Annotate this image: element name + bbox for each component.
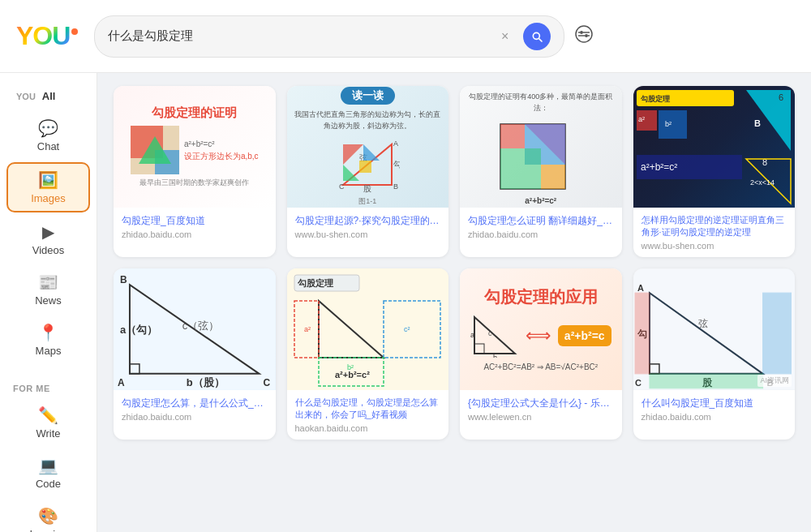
sidebar-item-chat[interactable]: 💬 Chat [6,112,90,159]
card4-source: www.bu-shen.com [642,241,787,251]
svg-marker-58 [474,317,515,354]
svg-text:A: A [637,283,643,293]
svg-text:a²: a² [304,325,311,333]
svg-rect-22 [541,165,565,189]
code-icon: 💻 [38,456,58,475]
image-thumb-1: 勾股定理的证明 a²+b²=c² 设正方形边长为a,b,c [114,86,276,208]
card4-info: 怎样用勾股定理的逆定理证明直角三角形·证明勾股定理的逆定理 www.bu-she… [633,208,796,257]
sidebar-item-label: Write [36,427,60,440]
svg-text:股: 股 [363,184,371,193]
sidebar-item-maps[interactable]: 📍 Maps [6,316,90,363]
card8-title-link: 什么叫勾股定理_百度知道 [642,397,787,410]
image-card-4[interactable]: 勾股定理 B 6 8 a²+b²=c² 2<x<14 [633,86,796,257]
search-bar: × [94,15,564,58]
card3-title-link: 勾股定理怎么证明 翻详细越好_百度知道 [468,214,614,228]
svg-text:a（勾）: a（勾） [120,324,157,336]
image-thumb-3: 勾股定理的证明有400多种，最简单的是面积法： a²+b²=c² [460,86,622,208]
sidebar-item-images[interactable]: 🖼️ Images [6,162,90,212]
image-card-3[interactable]: 勾股定理的证明有400多种，最简单的是面积法： a²+b²=c² [460,86,622,257]
logo: YOU [16,21,78,51]
card7-title-link: {勾股定理公式大全是什么} - 乐乐何答 [468,397,614,410]
image-thumb-7: 勾股定理的应用 b a c ⟺ a²+b²=c AC²+BC²=AB² ⇒ AB… [460,268,622,390]
card2-read-label: 读一读 [341,87,395,105]
card1-title: 勾股定理的证明 [152,105,237,121]
logo-dot [71,28,78,35]
for-me-label: For Me [0,377,97,397]
svg-rect-19 [500,124,525,148]
sidebar-item-label: Imagine [29,528,67,532]
svg-text:b: b [493,354,497,358]
svg-text:a²+b²=c²: a²+b²=c² [641,161,677,173]
sidebar-item-videos[interactable]: ▶ Videos [6,216,90,263]
sidebar-item-code[interactable]: 💻 Code [6,449,90,496]
main-content: 勾股定理的证明 a²+b²=c² 设正方形边长为a,b,c [97,73,811,532]
sidebar-item-write[interactable]: ✏️ Write [6,399,90,446]
svg-text:勾股定理: 勾股定理 [297,278,334,288]
image-grid: 勾股定理的证明 a²+b²=c² 设正方形边长为a,b,c [114,86,795,440]
svg-text:C: C [339,182,345,191]
svg-point-2 [585,34,588,37]
sidebar-item-label: News [35,294,62,307]
sidebar: YOU All 💬 Chat 🖼️ Images ▶ Videos 📰 News… [0,73,97,532]
sidebar-item-label: Videos [32,244,65,256]
image-card-2[interactable]: 读一读 我国古代把直角三角形的短边称为勾，长的直角边称为股，斜边称为弦。 股 勾… [287,86,449,257]
card8-source: zhidao.baidu.com [642,412,787,422]
card1-title-link: 勾股定理_百度知道 [122,214,268,228]
card7-main-title: 勾股定理的应用 [484,286,598,308]
card1-source: zhidao.baidu.com [122,230,268,239]
image-card-7[interactable]: 勾股定理的应用 b a c ⟺ a²+b²=c AC²+BC²=AB² ⇒ AB… [460,268,622,440]
image-card-5[interactable]: b（股） a（勾） c（弦） A C B 勾股定理怎么算，是什么公式_百度知道 … [114,268,276,440]
svg-text:弦: 弦 [697,318,707,329]
svg-marker-15 [363,144,380,161]
card8-info: 什么叫勾股定理_百度知道 zhidao.baidu.com [633,390,796,428]
svg-text:6: 6 [779,92,783,102]
svg-point-0 [576,26,592,42]
svg-text:A: A [118,377,125,388]
svg-text:c²: c² [404,325,410,333]
card5-triangle-svg: b（股） a（勾） c（弦） A C B [114,268,276,390]
svg-rect-21 [500,148,541,189]
sidebar-item-label: Chat [37,140,59,152]
card8-svg: 股 勾 弦 C B A [633,268,796,390]
filter-icon [574,24,594,44]
image-card-8[interactable]: 股 勾 弦 C B A AI资讯网 [633,268,796,440]
card2-title-link: 勾股定理起源?·探究勾股定理的起源写一篇议论文 [295,214,441,228]
card5-title-link: 勾股定理怎么算，是什么公式_百度知道 [122,397,268,410]
svg-rect-62 [474,344,484,354]
filter-button[interactable] [574,24,594,48]
you-label: YOU [16,92,36,101]
videos-icon: ▶ [42,222,54,242]
clear-button[interactable]: × [496,28,513,45]
card6-source: haokan.baidu.com [295,423,441,433]
search-button[interactable] [523,23,551,50]
card6-pythagorean-svg: 勾股定理 a²+b²=c² a² b² c² [287,268,449,390]
svg-marker-26 [746,90,791,151]
sidebar-item-news[interactable]: 📰 News [6,266,90,313]
maps-icon: 📍 [38,323,58,342]
search-input[interactable] [108,29,490,43]
svg-text:勾股定理: 勾股定理 [640,94,671,103]
svg-text:c: c [488,329,492,337]
card7-source: www.lelewen.cn [468,412,614,422]
card1-info: 勾股定理_百度知道 zhidao.baidu.com [114,208,276,246]
card3-proof-svg [496,120,586,193]
card2-info: 勾股定理起源?·探究勾股定理的起源写一篇议论文 www.bu-shen.com [287,208,449,246]
write-icon: ✏️ [38,405,58,425]
image-thumb-6: 勾股定理 a²+b²=c² a² b² c² [287,268,449,390]
sidebar-item-label: Code [36,478,61,490]
svg-text:a: a [470,331,474,339]
sidebar-item-label: Images [31,192,66,204]
imagine-icon: 🎨 [38,506,58,526]
svg-rect-73 [649,374,762,388]
image-card-1[interactable]: 勾股定理的证明 a²+b²=c² 设正方形边长为a,b,c [114,86,276,257]
sidebar-item-all[interactable]: YOU All [6,84,90,109]
image-thumb-5: b（股） a（勾） c（弦） A C B [114,268,276,390]
svg-text:勾: 勾 [393,160,400,169]
sidebar-item-imagine[interactable]: 🎨 Imagine [6,500,90,532]
image-card-6[interactable]: 勾股定理 a²+b²=c² a² b² c² [287,268,449,440]
image-thumb-4: 勾股定理 B 6 8 a²+b²=c² 2<x<14 [633,86,796,208]
svg-text:b（股）: b（股） [187,376,225,388]
svg-text:c（弦）: c（弦） [182,320,219,332]
card2-triangle-svg: 股 勾 弦 C B A [335,136,400,193]
card6-title-link: 什么是勾股定理，勾股定理是怎么算出来的，你会了吗_好看视频 [295,397,441,422]
